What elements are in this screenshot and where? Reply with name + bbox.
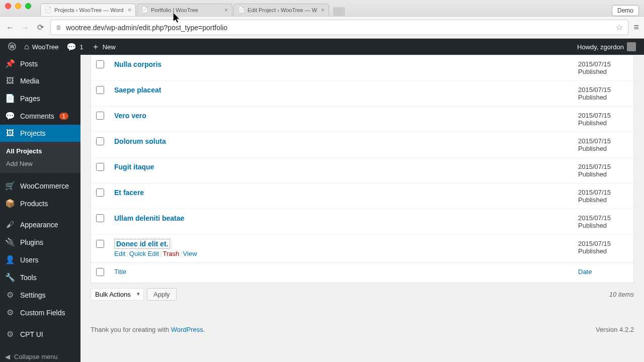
- window-zoom[interactable]: [25, 3, 31, 9]
- address-bar[interactable]: 🗎 wootree.dev/wp-admin/edit.php?post_typ…: [50, 20, 628, 35]
- home-icon: ⌂: [24, 42, 29, 51]
- avatar: [627, 42, 636, 51]
- tab-favicon-icon: 📄: [141, 7, 148, 14]
- edit-link[interactable]: Edit: [114, 250, 125, 257]
- traffic-lights: [0, 0, 36, 12]
- tab-title: Projects ‹ WooTree — Word: [54, 7, 125, 13]
- row-date: 2015/07/15Published: [573, 80, 633, 106]
- column-title[interactable]: Title: [114, 268, 126, 276]
- quick-edit-link[interactable]: Quick Edit: [129, 250, 159, 257]
- table-row: Dolorum soluta2015/07/15Published: [91, 132, 633, 157]
- brush-icon: 🖌: [5, 220, 15, 229]
- menu-users[interactable]: 👤Users: [0, 251, 80, 268]
- menu-pages[interactable]: 📄Pages: [0, 89, 80, 107]
- row-title-link[interactable]: Et facere: [114, 189, 144, 197]
- row-date: 2015/07/15Published: [573, 132, 633, 157]
- tab-title: Portfolio | WooTree: [151, 7, 222, 13]
- row-date: 2015/07/15Published: [573, 157, 633, 183]
- browser-tab-1[interactable]: 📄 Projects ‹ WooTree — Word ×: [40, 4, 136, 16]
- back-button[interactable]: ←: [5, 23, 15, 33]
- tab-close-icon[interactable]: ×: [321, 7, 325, 14]
- column-date[interactable]: Date: [578, 268, 592, 276]
- new-tab-button[interactable]: [333, 7, 345, 16]
- row-checkbox[interactable]: [96, 163, 104, 171]
- browser-chrome: 📄 Projects ‹ WooTree — Word × 📄 Portfoli…: [0, 0, 644, 39]
- submenu-all-projects[interactable]: All Projects: [0, 145, 80, 157]
- reload-button[interactable]: ⟳: [35, 23, 45, 33]
- gear-icon: ⚙: [5, 308, 15, 317]
- select-all-checkbox[interactable]: [96, 268, 104, 276]
- row-title-link[interactable]: Dolorum soluta: [114, 137, 166, 145]
- row-title-link[interactable]: Fugit itaque: [114, 163, 154, 171]
- new-label: New: [103, 43, 116, 51]
- site-link[interactable]: ⌂WooTree: [20, 39, 62, 55]
- row-title-link[interactable]: Nulla corporis: [114, 60, 162, 68]
- menu-tools[interactable]: 🔧Tools: [0, 268, 80, 286]
- tab-favicon-icon: 📄: [45, 7, 52, 14]
- row-checkbox[interactable]: [96, 137, 104, 145]
- table-row: Nulla corporis2015/07/15Published: [91, 55, 633, 80]
- menu-custom-fields[interactable]: ⚙Custom Fields: [0, 304, 80, 321]
- page-icon: 🗎: [56, 24, 62, 31]
- browser-tab-2[interactable]: 📄 Portfolio | WooTree ×: [137, 4, 232, 16]
- browser-tab-3[interactable]: 📄 Edit Project ‹ WooTree — W ×: [233, 4, 329, 16]
- row-checkbox[interactable]: [96, 86, 104, 94]
- products-icon: 📦: [5, 199, 15, 208]
- table-row: Ullam deleniti beatae2015/07/15Published: [91, 209, 633, 234]
- row-title-link[interactable]: Saepe placeat: [114, 86, 161, 94]
- trash-link[interactable]: Trash: [163, 250, 179, 257]
- tab-close-icon[interactable]: ×: [128, 7, 131, 14]
- plus-icon: ＋: [92, 42, 100, 52]
- hamburger-menu-icon[interactable]: ≡: [633, 22, 639, 33]
- projects-table: Nulla corporis2015/07/15PublishedSaepe p…: [91, 55, 634, 283]
- wp-logo[interactable]: ⓦ: [4, 39, 20, 55]
- menu-cpt-ui[interactable]: ⚙CPT UI: [0, 325, 80, 343]
- view-link[interactable]: View: [183, 250, 197, 257]
- page-icon: 📄: [5, 94, 15, 103]
- row-checkbox[interactable]: [96, 240, 104, 248]
- row-checkbox[interactable]: [96, 189, 104, 197]
- menu-projects[interactable]: 🖼Projects: [0, 125, 80, 142]
- account-link[interactable]: Howdy, zgordon: [573, 39, 640, 55]
- menu-plugins[interactable]: 🔌Plugins: [0, 233, 80, 251]
- row-title-link[interactable]: Ullam deleniti beatae: [114, 214, 184, 222]
- gear-icon: ⚙: [5, 329, 15, 339]
- menu-posts[interactable]: 📌Posts: [0, 55, 80, 72]
- forward-button[interactable]: →: [20, 23, 30, 33]
- menu-woocommerce[interactable]: 🛒WooCommerce: [0, 177, 80, 195]
- tab-strip: 📄 Projects ‹ WooTree — Word × 📄 Portfoli…: [0, 0, 644, 16]
- menu-media[interactable]: 🖼Media: [0, 72, 80, 89]
- tab-close-icon[interactable]: ×: [224, 7, 228, 14]
- menu-comments[interactable]: 💬Comments1: [0, 107, 80, 125]
- bulk-actions-select[interactable]: Bulk Actions: [91, 288, 144, 301]
- wordpress-icon: ⓦ: [8, 42, 16, 52]
- url-text: wootree.dev/wp-admin/edit.php?post_type=…: [66, 24, 227, 32]
- gear-icon: ⚙: [5, 290, 15, 300]
- demo-button[interactable]: Demo: [612, 5, 639, 16]
- submenu-add-new[interactable]: Add New: [0, 157, 80, 170]
- howdy-text: Howdy, zgordon: [577, 43, 624, 51]
- row-checkbox[interactable]: [96, 112, 104, 120]
- woo-icon: 🛒: [5, 181, 15, 191]
- row-title-link[interactable]: Vero vero: [114, 112, 146, 120]
- menu-settings[interactable]: ⚙Settings: [0, 286, 80, 304]
- row-date: 2015/07/15Published: [573, 234, 633, 262]
- comments-link[interactable]: 💬1: [62, 39, 87, 55]
- menu-products[interactable]: 📦Products: [0, 195, 80, 212]
- menu-appearance[interactable]: 🖌Appearance: [0, 216, 80, 233]
- apply-button[interactable]: Apply: [147, 288, 177, 301]
- comments-count: 1: [79, 43, 83, 51]
- row-checkbox[interactable]: [96, 214, 104, 222]
- plugin-icon: 🔌: [5, 237, 15, 247]
- window-minimize[interactable]: [15, 3, 21, 9]
- row-date: 2015/07/15Published: [573, 209, 633, 234]
- new-content[interactable]: ＋New: [88, 39, 120, 55]
- bookmark-star-icon[interactable]: ☆: [616, 23, 623, 32]
- wordpress-link[interactable]: WordPress: [171, 326, 203, 333]
- media-icon: 🖼: [5, 76, 15, 85]
- admin-sidebar: 📌Posts 🖼Media 📄Pages 💬Comments1 🖼Project…: [0, 55, 80, 362]
- row-checkbox[interactable]: [96, 60, 104, 68]
- collapse-menu[interactable]: ◀Collapse menu: [0, 348, 80, 362]
- row-title-link[interactable]: Donec id elit et.: [114, 239, 170, 249]
- window-close[interactable]: [5, 3, 11, 9]
